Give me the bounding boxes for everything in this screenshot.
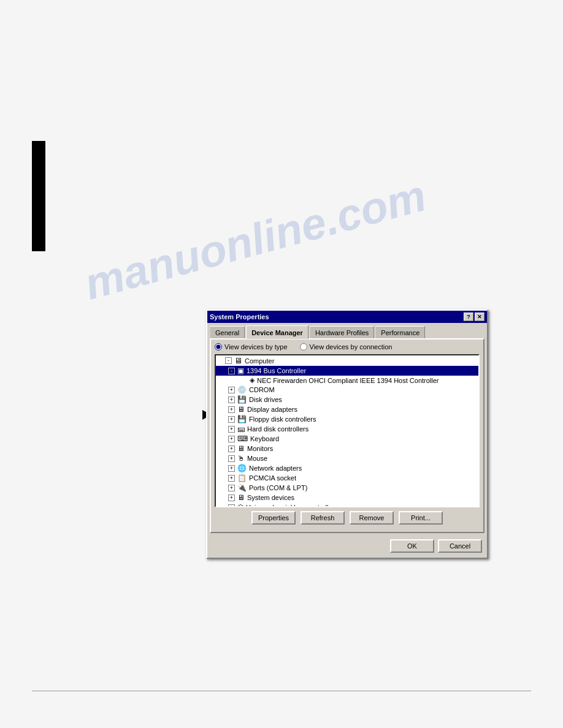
tree-item-system-devices[interactable]: + 🖥 System devices	[216, 493, 478, 502]
expand-1394[interactable]: -	[228, 368, 235, 374]
icon-usb: ⬡	[237, 503, 243, 507]
radio-by-connection[interactable]: View devices by connection	[300, 343, 393, 351]
label-nec: NEC Firewarden OHCI Compliant IEEE 1394 …	[257, 377, 439, 384]
tree-item-network[interactable]: + 🌐 Network adapters	[216, 463, 478, 473]
bottom-rule	[32, 691, 531, 691]
tree-item-usb[interactable]: + ⬡ Universal serial bus controller	[216, 502, 478, 507]
expand-hdd[interactable]: +	[228, 426, 235, 433]
remove-button[interactable]: Remove	[350, 511, 394, 525]
refresh-button[interactable]: Refresh	[301, 511, 345, 525]
expand-disk[interactable]: +	[228, 396, 235, 403]
icon-display: 🖥	[237, 405, 245, 414]
label-network: Network adapters	[249, 464, 302, 472]
tab-general[interactable]: General	[210, 326, 245, 338]
label-disk-drives: Disk drives	[249, 396, 282, 403]
icon-monitors: 🖥	[237, 444, 245, 453]
icon-floppy: 💾	[237, 415, 247, 423]
titlebar-buttons: ? ✕	[464, 313, 484, 321]
dialog-titlebar: System Properties ? ✕	[207, 311, 487, 323]
label-computer: Computer	[245, 357, 274, 365]
ok-button[interactable]: OK	[390, 539, 434, 553]
icon-system-devices: 🖥	[237, 493, 245, 502]
label-monitors: Monitors	[247, 445, 273, 452]
expand-keyboard[interactable]: +	[228, 436, 235, 442]
action-buttons: Properties Refresh Remove Print...	[215, 507, 480, 528]
icon-1394: ▣	[237, 366, 244, 375]
expand-monitors[interactable]: +	[228, 446, 235, 452]
properties-button[interactable]: Properties	[251, 511, 296, 525]
tree-item-1394[interactable]: - ▣ 1394 Bus Controller	[216, 366, 478, 376]
radio-by-type-label: View devices by type	[224, 343, 288, 351]
expand-floppy[interactable]: +	[228, 416, 235, 423]
tree-item-computer[interactable]: - 🖥 Computer	[216, 355, 478, 366]
tab-device-manager[interactable]: Device Manager	[246, 325, 308, 339]
icon-hdd: 🖴	[237, 425, 245, 433]
expand-computer[interactable]: -	[225, 357, 232, 364]
radio-by-connection-label: View devices by connection	[310, 343, 393, 351]
label-cdrom: CDROM	[249, 386, 275, 393]
icon-network: 🌐	[237, 464, 247, 472]
label-system-devices: System devices	[247, 494, 294, 501]
cancel-button[interactable]: Cancel	[438, 539, 482, 553]
expand-network[interactable]: +	[228, 465, 235, 472]
expand-cdrom[interactable]: +	[228, 387, 235, 393]
device-tree[interactable]: - 🖥 Computer - ▣ 1394 Bus Controller ◈ N…	[215, 354, 480, 507]
radio-row: View devices by type View devices by con…	[215, 343, 480, 351]
radio-by-connection-input[interactable]	[300, 343, 307, 351]
ok-cancel-row: OK Cancel	[207, 536, 487, 558]
label-mouse: Mouse	[247, 455, 267, 462]
tab-content: View devices by type View devices by con…	[210, 338, 484, 533]
expand-ports[interactable]: +	[228, 485, 235, 491]
label-ports: Ports (COM & LPT)	[249, 484, 307, 491]
tree-item-pcmcia[interactable]: + 📋 PCMCIA socket	[216, 473, 478, 483]
tree-item-monitors[interactable]: + 🖥 Monitors	[216, 444, 478, 453]
tree-item-display[interactable]: + 🖥 Display adapters	[216, 404, 478, 414]
tree-item-hdd[interactable]: + 🖴 Hard disk controllers	[216, 424, 478, 434]
label-keyboard: Keyboard	[250, 435, 279, 442]
label-hdd: Hard disk controllers	[247, 425, 308, 433]
tree-item-mouse[interactable]: + 🖱 Mouse	[216, 453, 478, 463]
close-button[interactable]: ✕	[475, 313, 484, 321]
icon-disk: 💾	[237, 395, 247, 404]
tree-item-disk-drives[interactable]: + 💾 Disk drives	[216, 395, 478, 404]
icon-nec: ◈	[250, 376, 255, 384]
icon-cdrom: 💿	[237, 385, 247, 394]
expand-pcmcia[interactable]: +	[228, 475, 235, 482]
icon-ports: 🔌	[237, 483, 247, 492]
tab-performance[interactable]: Performance	[375, 326, 425, 338]
expand-mouse[interactable]: +	[228, 455, 235, 462]
icon-mouse: 🖱	[237, 454, 245, 463]
icon-computer: 🖥	[234, 356, 242, 365]
help-button[interactable]: ?	[464, 313, 473, 321]
icon-keyboard: ⌨	[237, 434, 248, 443]
expand-system[interactable]: +	[228, 495, 235, 501]
dialog-title: System Properties	[210, 313, 269, 320]
tree-item-floppy[interactable]: + 💾 Floppy disk controllers	[216, 414, 478, 424]
print-button[interactable]: Print...	[399, 511, 443, 525]
label-1394: 1394 Bus Controller	[247, 367, 306, 374]
label-floppy: Floppy disk controllers	[249, 415, 316, 423]
tabs-row: General Device Manager Hardware Profiles…	[207, 323, 487, 338]
radio-by-type-input[interactable]	[215, 343, 222, 351]
expand-display[interactable]: +	[228, 406, 235, 413]
icon-pcmcia: 📋	[237, 474, 247, 482]
sidebar-marker	[32, 141, 45, 251]
tree-item-cdrom[interactable]: + 💿 CDROM	[216, 385, 478, 395]
radio-by-type[interactable]: View devices by type	[215, 343, 288, 351]
system-properties-dialog: System Properties ? ✕ General Device Man…	[206, 309, 488, 559]
tree-item-nec[interactable]: ◈ NEC Firewarden OHCI Compliant IEEE 139…	[216, 376, 478, 385]
tab-hardware-profiles[interactable]: Hardware Profiles	[310, 326, 374, 338]
tree-item-ports[interactable]: + 🔌 Ports (COM & LPT)	[216, 483, 478, 493]
label-pcmcia: PCMCIA socket	[249, 474, 296, 482]
label-display: Display adapters	[247, 406, 297, 413]
tree-item-keyboard[interactable]: + ⌨ Keyboard	[216, 434, 478, 444]
